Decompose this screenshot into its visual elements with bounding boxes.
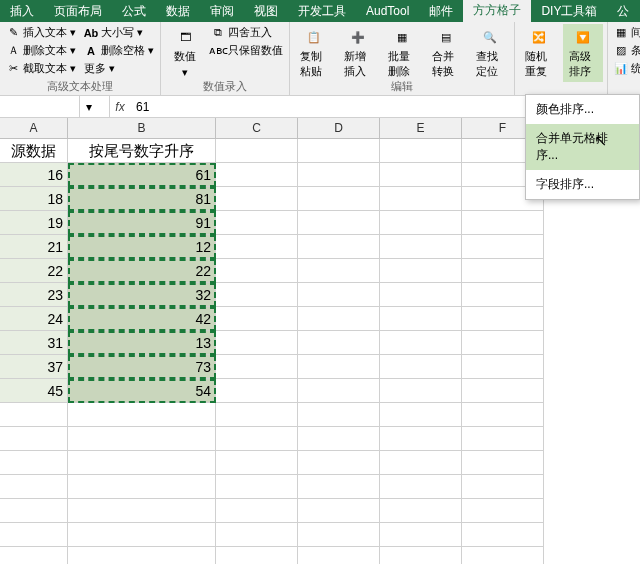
cell[interactable] <box>216 499 298 523</box>
random-repeat-button[interactable]: 🔀随机重复 <box>519 24 559 82</box>
col-header-b[interactable]: B <box>68 118 216 138</box>
cell[interactable] <box>462 379 544 403</box>
cell[interactable] <box>68 523 216 547</box>
cell[interactable] <box>380 259 462 283</box>
cell-a-header[interactable]: 源数据 <box>0 139 68 163</box>
cell[interactable] <box>298 523 380 547</box>
cell[interactable] <box>298 403 380 427</box>
table-row[interactable]: 16 <box>0 163 68 187</box>
remove-spaces-dropdown[interactable]: A删除空格 ▾ <box>82 42 156 59</box>
cell[interactable] <box>380 331 462 355</box>
cell[interactable] <box>380 307 462 331</box>
cell[interactable] <box>462 499 544 523</box>
case-dropdown[interactable]: Ab大小写 ▾ <box>82 24 156 41</box>
table-row[interactable]: 18 <box>0 187 68 211</box>
tab-fanggezi[interactable]: 方方格子 <box>463 0 531 24</box>
insert-new-button[interactable]: ➕新增插入 <box>338 24 378 82</box>
sort-by-color[interactable]: 颜色排序... <box>526 95 639 124</box>
cell[interactable] <box>298 499 380 523</box>
cell[interactable] <box>380 475 462 499</box>
cell[interactable] <box>216 235 298 259</box>
cell[interactable] <box>216 523 298 547</box>
sort-by-field[interactable]: 字段排序... <box>526 170 639 199</box>
col-header-d[interactable]: D <box>298 118 380 138</box>
cell[interactable] <box>216 211 298 235</box>
cell[interactable] <box>298 187 380 211</box>
cell[interactable] <box>380 235 462 259</box>
table-row[interactable]: 21 <box>0 235 68 259</box>
cell[interactable] <box>462 355 544 379</box>
cell[interactable] <box>380 187 462 211</box>
cell[interactable] <box>380 523 462 547</box>
tab-review[interactable]: 审阅 <box>200 0 244 23</box>
cell[interactable] <box>380 451 462 475</box>
table-row[interactable]: 61 <box>68 163 216 187</box>
cell[interactable] <box>216 355 298 379</box>
cell[interactable] <box>462 235 544 259</box>
tab-diy-toolbox[interactable]: DIY工具箱 <box>531 0 607 23</box>
table-row[interactable]: 22 <box>0 259 68 283</box>
advanced-sort-button[interactable]: 🔽高级排序 <box>563 24 603 82</box>
cell[interactable] <box>298 547 380 564</box>
cell[interactable] <box>68 475 216 499</box>
table-row[interactable]: 37 <box>0 355 68 379</box>
cell[interactable] <box>462 259 544 283</box>
cell[interactable] <box>68 451 216 475</box>
cell-b-header[interactable]: 按尾号数字升序 <box>68 139 216 163</box>
table-row[interactable]: 31 <box>0 331 68 355</box>
cell[interactable] <box>0 523 68 547</box>
insert-text-dropdown[interactable]: ✎插入文本 ▾ <box>4 24 78 41</box>
col-header-c[interactable]: C <box>216 118 298 138</box>
table-row[interactable]: 24 <box>0 307 68 331</box>
table-row[interactable]: 73 <box>68 355 216 379</box>
col-header-a[interactable]: A <box>0 118 68 138</box>
cell[interactable] <box>462 547 544 564</box>
table-row[interactable]: 19 <box>0 211 68 235</box>
cell[interactable] <box>216 283 298 307</box>
tab-mail[interactable]: 邮件 <box>419 0 463 23</box>
cell[interactable] <box>0 427 68 451</box>
extract-text-dropdown[interactable]: ✂截取文本 ▾ <box>4 60 78 77</box>
cell[interactable] <box>0 403 68 427</box>
cell[interactable] <box>462 331 544 355</box>
cell[interactable] <box>380 547 462 564</box>
cell[interactable] <box>216 259 298 283</box>
cell[interactable] <box>0 547 68 564</box>
cell[interactable] <box>0 499 68 523</box>
round-button[interactable]: ⧉四舍五入 <box>209 24 285 41</box>
cell[interactable] <box>216 451 298 475</box>
cell[interactable] <box>216 307 298 331</box>
cell[interactable] <box>462 283 544 307</box>
stats-analysis-button[interactable]: 📊统计与分析 <box>612 60 640 77</box>
tab-formula[interactable]: 公式 <box>112 0 156 23</box>
cell[interactable] <box>380 211 462 235</box>
cell[interactable] <box>0 451 68 475</box>
table-row[interactable]: 22 <box>68 259 216 283</box>
cell[interactable] <box>462 475 544 499</box>
cell[interactable] <box>216 187 298 211</box>
cell[interactable] <box>216 331 298 355</box>
cell[interactable] <box>380 355 462 379</box>
tab-data[interactable]: 数据 <box>156 0 200 23</box>
numeric-button[interactable]: 🗔数值 ▾ <box>165 24 205 82</box>
cell[interactable] <box>462 427 544 451</box>
cell[interactable] <box>380 427 462 451</box>
cell[interactable] <box>216 139 298 163</box>
cell[interactable] <box>298 139 380 163</box>
delete-text-dropdown[interactable]: Ａ删除文本 ▾ <box>4 42 78 59</box>
cell[interactable] <box>298 259 380 283</box>
cell[interactable] <box>462 211 544 235</box>
table-row[interactable]: 81 <box>68 187 216 211</box>
cell[interactable] <box>216 427 298 451</box>
table-row[interactable]: 12 <box>68 235 216 259</box>
cell[interactable] <box>380 499 462 523</box>
cell[interactable] <box>462 403 544 427</box>
fx-icon[interactable]: fx <box>110 100 130 114</box>
tab-insert[interactable]: 插入 <box>0 0 44 23</box>
cell[interactable] <box>298 355 380 379</box>
cell[interactable] <box>298 283 380 307</box>
more-dropdown[interactable]: 更多 ▾ <box>82 60 156 77</box>
table-row[interactable]: 13 <box>68 331 216 355</box>
name-box[interactable] <box>0 96 80 117</box>
cell[interactable] <box>380 283 462 307</box>
